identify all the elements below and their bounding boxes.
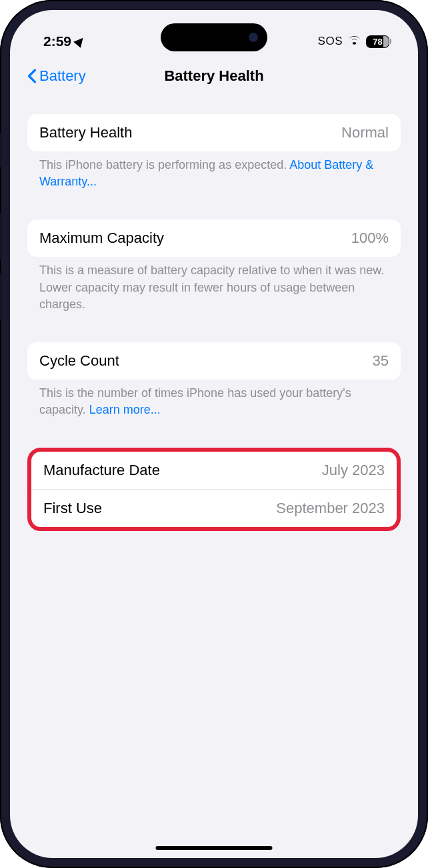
phone-frame: 2:59 SOS 78 Battery Battery Health	[0, 0, 428, 868]
manufacture-date-row[interactable]: Manufacture Date July 2023	[31, 452, 397, 489]
max-capacity-row[interactable]: Maximum Capacity 100%	[27, 220, 401, 257]
max-capacity-label: Maximum Capacity	[39, 230, 164, 247]
first-use-label: First Use	[43, 500, 102, 517]
battery-health-label: Battery Health	[39, 124, 132, 141]
status-right: SOS 78	[318, 35, 391, 49]
status-time: 2:59	[43, 33, 71, 49]
cycle-count-footer-text: This is the number of times iPhone has u…	[39, 386, 351, 416]
cycle-count-label: Cycle Count	[39, 352, 119, 370]
manufacture-date-value: July 2023	[322, 462, 385, 479]
chevron-left-icon	[27, 69, 37, 83]
location-icon	[73, 35, 87, 48]
first-use-row[interactable]: First Use September 2023	[31, 489, 397, 527]
cycle-learn-more-link[interactable]: Learn more...	[89, 403, 161, 416]
battery-percent: 78	[373, 37, 382, 47]
sos-indicator: SOS	[318, 35, 343, 48]
nav-bar: Battery Battery Health	[10, 57, 418, 94]
status-left: 2:59	[43, 33, 85, 49]
back-label: Battery	[39, 67, 86, 85]
cycle-count-value: 35	[373, 352, 389, 370]
wifi-icon	[347, 35, 361, 49]
volume-up-button	[0, 213, 1, 260]
battery-health-footer: This iPhone battery is performing as exp…	[27, 151, 401, 190]
cycle-count-footer: This is the number of times iPhone has u…	[27, 380, 401, 418]
dates-group-highlighted: Manufacture Date July 2023 First Use Sep…	[27, 448, 401, 531]
battery-health-row[interactable]: Battery Health Normal	[27, 114, 401, 151]
manufacture-date-label: Manufacture Date	[43, 462, 160, 479]
battery-health-footer-text: This iPhone battery is performing as exp…	[39, 158, 289, 171]
home-indicator[interactable]	[156, 846, 273, 850]
back-button[interactable]: Battery	[27, 67, 86, 85]
volume-down-button	[0, 274, 1, 320]
cycle-count-group: Cycle Count 35	[27, 342, 401, 380]
max-capacity-value: 100%	[351, 230, 389, 247]
battery-health-value: Normal	[341, 124, 389, 141]
content: Battery Health Normal This iPhone batter…	[10, 94, 418, 531]
battery-indicator: 78	[366, 35, 391, 48]
cycle-count-row[interactable]: Cycle Count 35	[27, 342, 401, 380]
dynamic-island	[161, 23, 267, 51]
max-capacity-group: Maximum Capacity 100%	[27, 220, 401, 257]
battery-health-group: Battery Health Normal	[27, 114, 401, 151]
screen: 2:59 SOS 78 Battery Battery Health	[10, 10, 418, 858]
page-title: Battery Health	[164, 67, 263, 85]
max-capacity-footer: This is a measure of battery capacity re…	[27, 257, 401, 313]
first-use-value: September 2023	[276, 500, 385, 517]
